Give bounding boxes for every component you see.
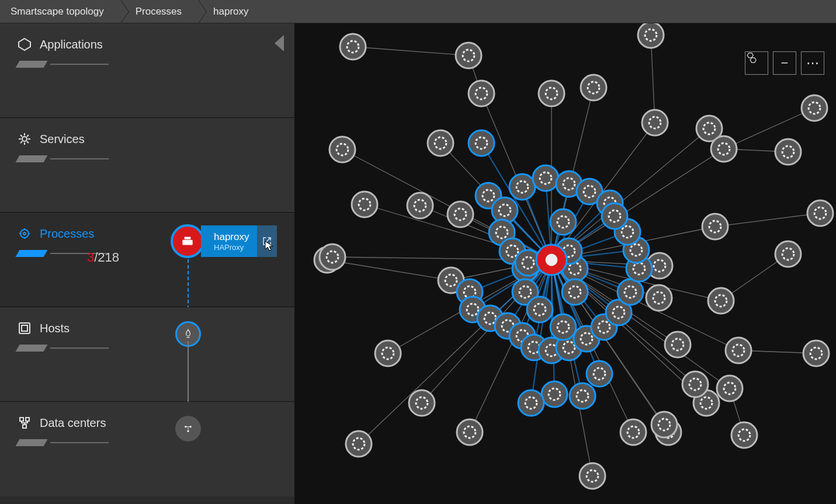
graph-node[interactable] (352, 192, 377, 217)
svg-rect-10 (23, 425, 26, 428)
open-entity-button[interactable] (257, 225, 277, 257)
graph-node[interactable] (346, 431, 372, 457)
graph-node[interactable] (329, 137, 355, 162)
graph-node[interactable] (642, 110, 668, 135)
graph-node[interactable] (409, 390, 435, 416)
svg-point-48 (320, 244, 345, 270)
layer-services[interactable]: Services (0, 118, 294, 213)
graph-node[interactable] (711, 136, 737, 162)
layer-applications[interactable]: Applications (0, 23, 294, 118)
graph-node[interactable] (802, 95, 827, 121)
graph-node[interactable] (518, 390, 544, 416)
graph-node[interactable] (803, 340, 829, 366)
graph-node[interactable] (539, 81, 564, 106)
graph-node[interactable] (665, 332, 691, 357)
graph-node[interactable] (320, 244, 345, 270)
svg-point-22 (539, 81, 564, 106)
svg-point-150 (570, 383, 595, 409)
graph-node[interactable] (570, 383, 595, 409)
svg-point-64 (457, 419, 483, 445)
svg-marker-175 (750, 58, 756, 62)
svg-rect-9 (26, 418, 29, 421)
svg-point-173 (546, 254, 558, 266)
svg-point-50 (375, 340, 401, 366)
graph-node[interactable] (726, 338, 751, 363)
graph-node[interactable] (651, 412, 677, 437)
crumb-smartscape[interactable]: Smartscape topology (0, 0, 120, 23)
layer-label: Data centers (40, 416, 106, 430)
graph-node[interactable] (509, 174, 535, 200)
graph-node[interactable] (407, 193, 433, 218)
graph-node[interactable] (682, 371, 708, 397)
graph-node[interactable] (646, 285, 672, 311)
topology-graph[interactable] (294, 23, 836, 504)
honeycomb-view-button[interactable] (745, 51, 768, 75)
svg-point-2 (20, 230, 29, 238)
graph-node[interactable] (807, 200, 833, 226)
svg-point-86 (807, 200, 833, 226)
svg-point-30 (428, 130, 453, 156)
graph-node[interactable] (448, 201, 473, 227)
layer-divider (18, 155, 111, 164)
graph-node[interactable] (618, 279, 643, 305)
zoom-out-button[interactable]: − (773, 51, 796, 75)
graph-node[interactable] (638, 23, 664, 48)
graph-node[interactable] (428, 130, 453, 156)
svg-rect-4 (182, 240, 192, 245)
breadcrumb: Smartscape topology Processes haproxy (0, 0, 836, 23)
graph-node[interactable] (731, 422, 757, 448)
graph-node[interactable] (527, 297, 553, 322)
svg-point-84 (802, 95, 827, 121)
graph-node[interactable] (550, 209, 576, 235)
graph-node[interactable] (469, 130, 494, 156)
graph-node[interactable] (708, 288, 734, 314)
graph-node[interactable] (456, 43, 481, 68)
graph-node[interactable] (717, 376, 743, 401)
layer-hosts[interactable]: Hosts (0, 307, 294, 402)
svg-point-1 (22, 137, 27, 141)
datacenter-node[interactable] (175, 416, 201, 442)
graph-node[interactable] (580, 463, 605, 489)
graph-node[interactable] (562, 279, 588, 305)
svg-point-148 (542, 381, 567, 407)
graph-node[interactable] (550, 314, 576, 340)
graph-node[interactable] (775, 139, 801, 165)
graph-node[interactable] (587, 361, 612, 387)
crumb-haproxy[interactable]: haproxy (198, 0, 265, 23)
selected-entity[interactable]: haproxy HAProxy (171, 224, 277, 258)
graph-node[interactable] (702, 214, 728, 239)
layer-label: Processes (40, 227, 94, 241)
graph-node[interactable] (340, 34, 366, 60)
host-icon (18, 321, 32, 335)
svg-point-32 (352, 192, 377, 217)
graph-node[interactable] (581, 75, 606, 100)
selected-title: haproxy (214, 231, 249, 243)
svg-point-20 (469, 81, 494, 106)
graph-node[interactable] (469, 81, 494, 106)
collapse-sidebar-icon[interactable] (275, 35, 284, 51)
graph-node[interactable] (457, 419, 483, 445)
more-actions-button[interactable]: ⋯ (801, 51, 824, 75)
svg-point-92 (580, 463, 605, 489)
topology-canvas[interactable]: − ⋯ (294, 23, 836, 504)
layer-datacenters[interactable]: Data centers (0, 402, 294, 496)
svg-point-16 (456, 43, 481, 68)
svg-point-80 (731, 422, 757, 448)
svg-point-104 (469, 130, 494, 156)
graph-node[interactable] (533, 165, 559, 191)
svg-point-90 (726, 338, 751, 363)
graph-node[interactable] (602, 203, 627, 229)
graph-node[interactable] (620, 419, 646, 445)
edge (715, 213, 820, 227)
edge (724, 108, 814, 149)
graph-node[interactable] (542, 381, 567, 407)
graph-node[interactable] (536, 245, 567, 275)
graph-node[interactable] (775, 241, 801, 267)
graph-node[interactable] (375, 340, 401, 366)
svg-point-58 (708, 288, 734, 314)
crumb-processes[interactable]: Processes (120, 0, 198, 23)
svg-point-40 (775, 139, 801, 165)
layer-processes[interactable]: Processes 3/218 haproxy HAProxy (0, 213, 294, 307)
layer-label: Hosts (40, 322, 70, 335)
process-icon (18, 227, 32, 241)
